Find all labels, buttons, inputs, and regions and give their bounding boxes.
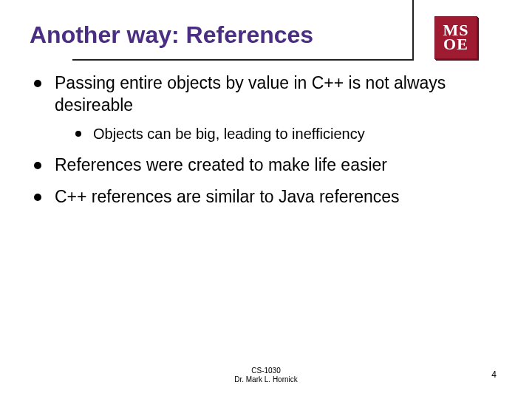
bullet-text: Objects can be big, leading to inefficie… (93, 126, 365, 142)
slide-footer: CS-1030 Dr. Mark L. Hornick (0, 366, 532, 384)
sub-bullet-list: Objects can be big, leading to inefficie… (55, 125, 502, 144)
list-item: Passing entire objects by value in C++ i… (34, 72, 502, 143)
bullet-text: C++ references are similar to Java refer… (55, 187, 400, 206)
slide-content: Passing entire objects by value in C++ i… (30, 72, 502, 208)
slide-header: MS OE Another way: References (30, 21, 502, 49)
bullet-list: Passing entire objects by value in C++ i… (30, 72, 502, 208)
list-item: References were created to make life eas… (34, 154, 502, 176)
footer-author: Dr. Mark L. Hornick (0, 375, 532, 384)
msoe-logo: MS OE (434, 16, 477, 59)
slide: MS OE Another way: References Passing en… (0, 0, 532, 399)
bullet-text: References were created to make life eas… (55, 155, 387, 174)
bullet-text: Passing entire objects by value in C++ i… (55, 73, 446, 114)
page-number: 4 (491, 369, 497, 380)
title-rule (412, 0, 414, 61)
list-item: Objects can be big, leading to inefficie… (75, 125, 502, 144)
footer-course: CS-1030 (0, 366, 532, 375)
slide-title: Another way: References (30, 21, 502, 49)
list-item: C++ references are similar to Java refer… (34, 186, 502, 208)
logo-line2: OE (443, 38, 468, 52)
